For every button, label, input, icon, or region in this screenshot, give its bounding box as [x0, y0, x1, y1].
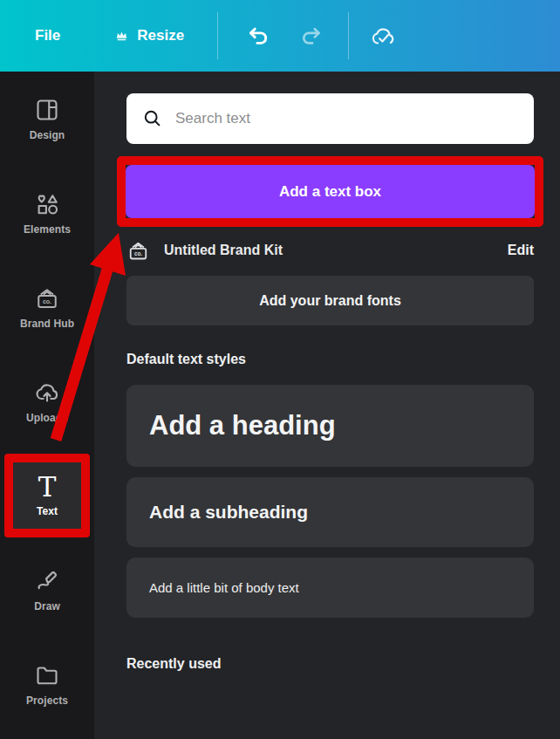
sidebar-item-label: Elements [24, 223, 71, 236]
file-menu-button[interactable]: File [35, 27, 60, 44]
search-bar[interactable] [126, 93, 534, 144]
sidebar-item-design[interactable]: Design [0, 72, 94, 166]
svg-text:co.: co. [134, 250, 142, 257]
left-sidebar: Design Elements co. Brand Hub [0, 72, 94, 739]
brand-hub-icon: co. [34, 285, 60, 311]
sidebar-item-label: Design [30, 129, 65, 141]
resize-label: Resize [137, 27, 184, 44]
draw-icon [34, 568, 60, 594]
toolbar-divider [348, 12, 349, 59]
search-input[interactable] [175, 110, 518, 127]
brand-kit-edit-link[interactable]: Edit [508, 243, 534, 258]
brand-kit-icon: co. [126, 239, 150, 263]
svg-text:co.: co. [43, 298, 51, 304]
search-icon [142, 108, 163, 129]
cloud-save-status-icon[interactable] [370, 23, 396, 49]
resize-button[interactable]: Resize [114, 27, 184, 44]
redo-button[interactable] [297, 23, 324, 49]
sidebar-item-text[interactable]: T Text [0, 448, 94, 543]
sidebar-item-label: Projects [26, 695, 68, 707]
add-heading-card[interactable]: Add a heading [126, 385, 534, 467]
text-tab-highlight: T Text [4, 454, 90, 537]
brand-kit-row: co. Untitled Brand Kit Edit [126, 238, 534, 263]
recently-used-heading: Recently used [126, 656, 534, 672]
design-icon [34, 97, 60, 123]
sidebar-item-elements[interactable]: Elements [0, 166, 94, 260]
annotation-highlight-add-text-box: Add a text box [117, 156, 543, 227]
undo-button[interactable] [245, 23, 271, 49]
toolbar-divider [217, 12, 218, 59]
text-panel: Add a text box co. Untitled Brand Kit Ed… [94, 72, 560, 739]
sidebar-item-label: Text [37, 505, 58, 517]
brand-kit-name: Untitled Brand Kit [164, 243, 494, 258]
add-brand-fonts-button[interactable]: Add your brand fonts [126, 276, 534, 325]
sidebar-item-label: Draw [34, 600, 60, 612]
sidebar-item-label: Uploads [26, 412, 68, 424]
add-subheading-card[interactable]: Add a subheading [126, 477, 534, 547]
top-menu-bar: File Resize [0, 0, 560, 72]
sidebar-item-label: Brand Hub [20, 318, 74, 330]
uploads-icon [34, 380, 60, 406]
add-body-text-card[interactable]: Add a little bit of body text [126, 558, 534, 618]
sidebar-item-uploads[interactable]: Uploads [0, 354, 94, 448]
default-text-styles-heading: Default text styles [126, 352, 534, 367]
sidebar-item-brand-hub[interactable]: co. Brand Hub [0, 260, 94, 354]
sidebar-item-draw[interactable]: Draw [0, 543, 94, 637]
sidebar-item-projects[interactable]: Projects [0, 637, 94, 731]
text-icon: T [38, 474, 57, 501]
add-text-box-button[interactable]: Add a text box [126, 165, 535, 218]
crown-icon [114, 29, 129, 44]
projects-icon [34, 662, 60, 688]
elements-icon [34, 191, 60, 217]
